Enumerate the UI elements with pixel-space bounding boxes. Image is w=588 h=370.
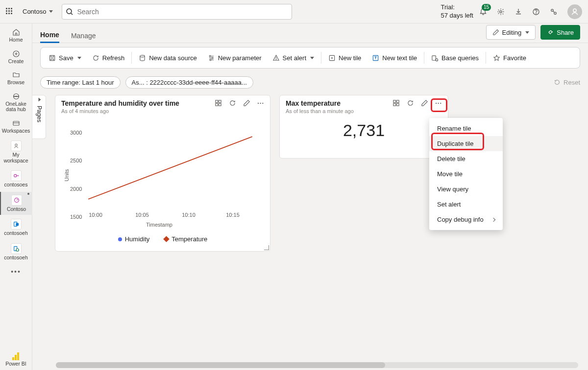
svg-point-6: [573, 9, 576, 12]
onelake-icon: [12, 92, 20, 100]
top-bar: Contoso Trial: 57 days left 15: [0, 0, 588, 23]
ctx-move[interactable]: Move tile: [429, 166, 503, 182]
tile-max-temperature[interactable]: Max temperature As of less than a minute…: [279, 95, 448, 159]
help-button[interactable]: [532, 8, 540, 16]
ctx-rename[interactable]: Rename tile: [429, 121, 503, 136]
rail-contosoeh-2[interactable]: contosoeh: [0, 240, 32, 264]
svg-point-10: [15, 144, 17, 146]
svg-rect-18: [49, 55, 54, 60]
rail-contosoes[interactable]: contosoes: [0, 167, 32, 191]
resize-handle[interactable]: [264, 245, 269, 250]
document-area: Home Manage Editing Share Save Refresh: [32, 23, 588, 370]
set-alert-button[interactable]: Set alert: [268, 50, 319, 66]
avatar[interactable]: [567, 4, 582, 19]
edit-tile-button[interactable]: [243, 99, 250, 107]
search-icon: [66, 8, 74, 16]
chevron-down-icon: [49, 10, 53, 13]
database-icon: [139, 54, 146, 62]
alert-icon: [272, 54, 280, 62]
editing-mode-button[interactable]: Editing: [486, 25, 536, 40]
download-button[interactable]: [514, 8, 522, 16]
ctx-copy-debug[interactable]: Copy debug info: [429, 212, 503, 227]
svg-point-11: [14, 175, 16, 177]
workspace-switcher[interactable]: Contoso: [20, 6, 56, 17]
new-text-tile-button[interactable]: New text tile: [367, 50, 422, 66]
svg-rect-37: [397, 103, 399, 106]
refresh-tile-button[interactable]: [407, 99, 414, 107]
queries-icon: [431, 54, 439, 62]
chevron-right-icon: [38, 98, 41, 102]
more-tile-button[interactable]: ···: [435, 99, 442, 107]
new-tile-button[interactable]: New tile: [323, 50, 366, 66]
rail-my-workspace[interactable]: My workspace: [0, 138, 32, 166]
ctx-view-query[interactable]: View query: [429, 182, 503, 197]
rail-home[interactable]: Home: [0, 25, 32, 46]
refresh-button[interactable]: Refresh: [87, 50, 130, 66]
doc-tabs: Home Manage Editing Share: [32, 23, 588, 43]
share-button[interactable]: Share: [540, 25, 580, 40]
time-range-pill[interactable]: Time range: Last 1 hour: [40, 76, 121, 89]
share-icon: [547, 29, 554, 36]
waffle-icon[interactable]: [6, 8, 14, 16]
base-queries-button[interactable]: Base queries: [426, 50, 484, 66]
chart-legend: Humidity Temperature: [61, 233, 264, 245]
explore-data-button[interactable]: [392, 99, 400, 107]
svg-rect-31: [219, 103, 221, 106]
rail-create[interactable]: Create: [0, 47, 32, 68]
more-icon: •••: [11, 268, 21, 276]
settings-button[interactable]: [497, 8, 505, 16]
edit-tile-button[interactable]: [421, 99, 428, 107]
tab-manage[interactable]: Manage: [71, 29, 96, 43]
workspaces-icon: [12, 119, 20, 127]
search-box: [62, 4, 292, 20]
rail-powerbi[interactable]: Power BI: [0, 349, 32, 370]
dashboard-canvas: Temperature and humidity over time As of…: [46, 95, 588, 370]
explore-data-button[interactable]: [215, 99, 222, 107]
legend-humidity: Humidity: [118, 235, 150, 243]
ctx-duplicate[interactable]: Duplicate tile: [429, 136, 503, 151]
rail-onelake[interactable]: OneLake data hub: [0, 90, 32, 116]
svg-point-21: [212, 57, 213, 59]
svg-rect-30: [216, 103, 218, 106]
rail-workspaces[interactable]: Workspaces: [0, 116, 32, 137]
reset-button[interactable]: Reset: [554, 79, 580, 86]
tile-temperature-humidity[interactable]: Temperature and humidity over time As of…: [55, 95, 270, 252]
search-input[interactable]: [62, 4, 292, 20]
legend-temperature: Temperature: [164, 235, 207, 243]
rail-contosoeh-1[interactable]: contosoeh: [0, 216, 32, 239]
tile-title: Temperature and humidity over time: [61, 99, 179, 107]
pages-label: Pages: [36, 106, 43, 122]
ctx-delete[interactable]: Delete tile: [429, 151, 503, 166]
svg-line-32: [88, 137, 252, 199]
ribbon: Save Refresh New data source New paramet…: [40, 47, 580, 69]
filter-bar: Time range: Last 1 hour As... : 2222cccc…: [40, 73, 580, 91]
svg-rect-36: [393, 103, 396, 106]
more-tile-button[interactable]: ···: [257, 99, 264, 107]
svg-rect-9: [13, 121, 19, 125]
rail-contoso[interactable]: Contoso: [0, 192, 32, 215]
star-icon: [493, 54, 500, 62]
notifications-button[interactable]: 15: [479, 8, 487, 16]
tile-subtitle: As of 4 minutes ago: [61, 108, 179, 114]
favorite-button[interactable]: Favorite: [488, 50, 531, 66]
rail-more[interactable]: •••: [0, 265, 32, 278]
pages-panel-toggle[interactable]: Pages: [32, 95, 46, 139]
horizontal-scrollbar[interactable]: [56, 362, 578, 368]
home-icon: [12, 28, 20, 36]
feedback-button[interactable]: [550, 8, 558, 16]
save-button[interactable]: Save: [44, 50, 86, 66]
rail-browse[interactable]: Browse: [0, 68, 32, 89]
text-tile-icon: [372, 54, 379, 62]
svg-point-19: [140, 55, 145, 57]
tab-home[interactable]: Home: [40, 28, 59, 43]
refresh-tile-button[interactable]: [229, 99, 236, 107]
eventstream-icon: [11, 170, 22, 181]
svg-point-3: [536, 13, 537, 14]
scrollbar-thumb[interactable]: [56, 362, 385, 368]
powerbi-icon: [12, 352, 20, 360]
svg-point-12: [18, 176, 19, 177]
new-parameter-button[interactable]: New parameter: [203, 50, 267, 66]
as-pill[interactable]: As... : 2222cccc-33dd-eeee-ff44-aaaaa...: [125, 76, 253, 89]
ctx-set-alert[interactable]: Set alert: [429, 197, 503, 212]
new-data-source-button[interactable]: New data source: [134, 50, 202, 66]
